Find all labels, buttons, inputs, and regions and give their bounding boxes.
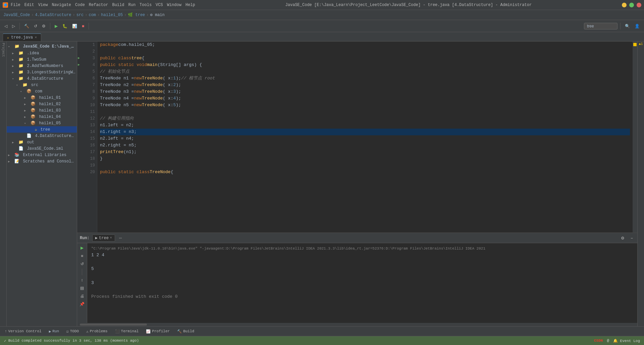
code-line-8: TreeNode n3 = new TreeNode( x: 3); (100, 88, 630, 95)
run-print-button[interactable]: 🖨 (78, 293, 86, 299)
build-project-button[interactable]: 🔨 (22, 23, 31, 29)
sidebar-item-com[interactable]: ▾ 📦 com (7, 88, 77, 94)
run-tab-bottom[interactable]: ▶ Run (46, 328, 62, 335)
code-line-17: printTree(n1); (100, 149, 630, 155)
run-scroll-button[interactable]: ↕ (79, 277, 85, 283)
sidebar-item-src[interactable]: ▾ 📁 src (7, 82, 77, 88)
todo-tab[interactable]: ☑ TODO (63, 328, 82, 335)
run-rerun-button[interactable]: ▶ (79, 245, 85, 251)
sidebar-item-datastruct-iml[interactable]: 📄 4.DataStructure.iml (7, 133, 77, 139)
build-tab[interactable]: 🔨 Build (174, 328, 198, 335)
run-output-blank3 (91, 287, 633, 294)
sidebar-item-tree[interactable]: ☕ tree (7, 126, 77, 133)
settings-icon[interactable]: ⚙ (619, 235, 626, 242)
run-label-bottom: Run (52, 329, 59, 333)
menu-window[interactable]: Window (167, 3, 181, 7)
menu-navigate[interactable]: Navigate (52, 3, 71, 7)
run-output-2: 5 (91, 266, 633, 273)
run-filter-button[interactable]: ▤ (78, 285, 86, 291)
sidebar-item-addtwo[interactable]: ▶ 📁 2.AddTwoNumbers (7, 63, 77, 69)
forward-button[interactable]: ▷ (10, 23, 17, 29)
run-gutter-3[interactable]: ▶ (78, 55, 80, 62)
maximize-button[interactable]: □ (629, 3, 634, 7)
sidebar-item-main-iml[interactable]: 📄 JavaSE_Code.iml (7, 145, 77, 152)
toolbar: ◁ ▷ 🔨 ↺ ⚙ ▶ 🐛 📊 ■ 🔍 👤 (0, 20, 644, 32)
warning-indicator (633, 43, 637, 46)
sidebar-item-hailei02[interactable]: ▶ 📦 hailei_02 (7, 101, 77, 107)
bc-com[interactable]: com (89, 13, 96, 17)
run-pin-button[interactable]: 📌 (78, 301, 86, 307)
stop-button[interactable]: ■ (80, 23, 86, 29)
project-label[interactable]: Project (1, 43, 5, 57)
menu-vcs[interactable]: VCS (156, 3, 163, 7)
build-success-icon: ✓ (4, 339, 6, 343)
close-button[interactable]: × (637, 3, 641, 7)
tab-tree-java[interactable]: ☕ tree.java × (3, 33, 41, 41)
bc-package[interactable]: hailei_05 (101, 13, 123, 17)
run-stop-button[interactable]: ■ (79, 253, 85, 259)
sidebar-item-ext-libs[interactable]: ▶ 📚 External Libraries (7, 152, 77, 158)
tab-close-button[interactable]: × (35, 36, 37, 40)
sidebar-item-scratches[interactable]: ▶ 📝 Scratches and Consoles (7, 158, 77, 164)
menu-tools[interactable]: Tools (140, 3, 152, 7)
collapse-panel-button[interactable]: − (629, 235, 635, 242)
terminal-tab[interactable]: ⬛ Terminal (112, 328, 142, 335)
sidebar-item-hailei05[interactable]: ▾ 📦 hailei_05 (7, 120, 77, 126)
bc-class[interactable]: 🌿 tree (128, 12, 145, 17)
minimize-button[interactable]: – (622, 3, 627, 7)
run-label: Run: (80, 236, 90, 240)
sidebar-item-twosum[interactable]: ▶ 📁 1.TwoSum (7, 56, 77, 63)
debug-button[interactable]: 🐛 (61, 23, 69, 29)
sidebar-item-hailei04[interactable]: ▶ 📦 hailei_04 (7, 114, 77, 120)
sidebar-item-hailei01[interactable]: ▶ 📦 hailei_01 (7, 94, 77, 101)
code-content-area[interactable]: package com.hailei_05; public class tree… (97, 42, 633, 232)
status-right: CSDN @ 🔔 Event Log (594, 339, 640, 343)
event-log-label[interactable]: 🔔 Event Log (613, 339, 640, 343)
run-scrollbar[interactable] (77, 323, 637, 326)
menu-code[interactable]: Code (75, 3, 85, 7)
profiler-tab[interactable]: 📈 Profiler (143, 328, 173, 335)
editor-right-gutter (633, 42, 637, 232)
sidebar-root[interactable]: ▾ 📁 JavaSE_Code E:\Java_Lea... (7, 43, 77, 50)
run-options-button[interactable]: ⋯ (119, 235, 122, 241)
run-restore-button[interactable]: ↺ (79, 261, 86, 267)
menu-edit[interactable]: Edit (24, 3, 34, 7)
bc-method: ⚙ main (150, 12, 165, 17)
version-control-tab[interactable]: ↑ Version Control (1, 328, 45, 335)
coverage-button[interactable]: 📊 (70, 23, 79, 29)
sidebar-item-idea[interactable]: ▶ 📁 .idea (7, 50, 77, 56)
code-line-2 (100, 48, 630, 55)
sidebar-item-hailei03[interactable]: ▶ 📦 hailei_03 (7, 107, 77, 114)
sidebar-item-out[interactable]: ▶ 📁 out (7, 139, 77, 145)
back-button[interactable]: ◁ (3, 23, 9, 29)
search-input[interactable] (584, 23, 618, 29)
build-icon: 🔨 (177, 329, 182, 334)
run-button[interactable]: ▶ (53, 23, 59, 29)
tab-bar: ☕ tree.java × (0, 32, 644, 42)
run-tab-close[interactable]: × (110, 236, 112, 240)
menu-view[interactable]: View (38, 3, 48, 7)
settings-button2[interactable]: 👤 (633, 23, 641, 29)
run-scroll-thumb[interactable] (80, 324, 147, 326)
left-icon-bar: Project (0, 42, 7, 326)
sidebar-item-datastruct[interactable]: ▾ 📁 4.DataStructure (7, 75, 77, 82)
sidebar-item-longest[interactable]: ▶ 📁 3.LongestSubstringWi... (7, 69, 77, 75)
bc-project[interactable]: JavaSE_Code (3, 13, 30, 17)
settings-button[interactable]: ⚙ (40, 23, 47, 29)
terminal-icon: ⬛ (115, 329, 120, 334)
problems-tab[interactable]: ⚠ Problems (83, 328, 111, 335)
bc-module[interactable]: 4.DataStructure (35, 13, 71, 17)
run-tab-tree[interactable]: ▶ tree × (92, 234, 115, 242)
menu-run[interactable]: Run (128, 3, 136, 7)
menu-help[interactable]: Help (185, 3, 195, 7)
run-output-blank1 (91, 259, 633, 266)
run-gutter-4[interactable]: ▶ (78, 62, 80, 68)
menu-build[interactable]: Build (112, 3, 124, 7)
menu-refactor[interactable]: Refactor (89, 3, 108, 7)
search-everywhere-button[interactable]: 🔍 (623, 23, 632, 29)
tab-label: tree.java (11, 35, 33, 40)
sync-button[interactable]: ↺ (32, 23, 39, 29)
code-editor[interactable]: 1 2 ▶3 ▶4 5 6 7 8 9 10 11 12 13 14 (77, 42, 637, 232)
menu-file[interactable]: File (11, 3, 20, 7)
bc-src[interactable]: src (76, 13, 84, 17)
